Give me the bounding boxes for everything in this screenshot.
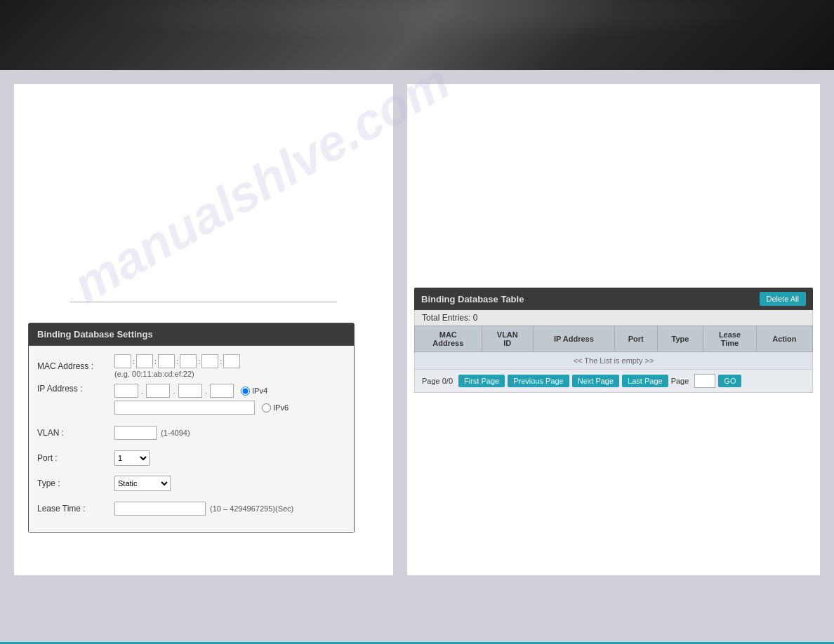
settings-form-body: MAC Address : : : : : : <box>29 346 354 532</box>
ip-sep-1: . <box>141 386 143 396</box>
port-select[interactable]: 1 <box>114 450 150 466</box>
delete-all-button[interactable]: Delete All <box>760 292 806 306</box>
ipv6-label-text: IPv6 <box>273 403 289 412</box>
mac-octet-1[interactable] <box>114 354 131 368</box>
ip-octet-3[interactable] <box>178 384 202 398</box>
left-panel: manualshlve.com Binding Database Setting… <box>14 84 393 575</box>
ipv4-radio[interactable] <box>241 387 250 396</box>
ip-address-field: . . . IPv4 <box>114 384 345 417</box>
vlan-hint: (1-4094) <box>161 429 190 437</box>
port-label: Port : <box>37 453 114 463</box>
last-page-button[interactable]: Last Page <box>622 375 668 387</box>
col-action: Action <box>756 326 812 352</box>
mac-octet-5[interactable] <box>201 354 218 368</box>
page-label: Page <box>671 377 689 385</box>
lease-time-row: Lease Time : (10 – 4294967295)(Sec) <box>37 499 345 518</box>
ip-address-label: IP Address : <box>37 384 114 394</box>
ipv6-input[interactable] <box>114 401 255 415</box>
settings-form-title: Binding Database Settings <box>29 323 354 346</box>
ipv6-row: IPv6 <box>114 401 345 415</box>
port-row: Port : 1 <box>37 448 345 468</box>
header-banner <box>0 0 834 70</box>
col-type: Type <box>657 326 703 352</box>
ip-sep-2: . <box>173 386 175 396</box>
col-vlan-id: VLANID <box>482 326 534 352</box>
type-label: Type : <box>37 478 114 488</box>
lease-time-input[interactable] <box>114 502 206 516</box>
mac-sep-5: : <box>220 357 222 365</box>
col-lease-time: LeaseTime <box>703 326 756 352</box>
port-field: 1 <box>114 450 345 466</box>
next-page-button[interactable]: Next Page <box>572 375 619 387</box>
db-table-title: Binding Database Table <box>421 294 524 304</box>
mac-sep-2: : <box>154 357 157 365</box>
mac-address-label: MAC Address : <box>37 361 114 371</box>
empty-message: << The List is empty >> <box>415 352 813 370</box>
main-content: manualshlve.com Binding Database Setting… <box>0 70 834 589</box>
ip-sep-3: . <box>205 386 207 396</box>
db-table-container: Binding Database Table Delete All Total … <box>414 288 813 393</box>
divider-line <box>70 302 337 302</box>
table-header-row: MACAddress VLANID IP Address Port Type L… <box>415 326 813 352</box>
mac-hint: (e.g. 00:11:ab:cd:ef:22) <box>114 370 345 378</box>
page-number-input[interactable] <box>694 374 715 388</box>
first-page-button[interactable]: First Page <box>458 375 505 387</box>
right-panel: Binding Database Table Delete All Total … <box>407 84 820 575</box>
mac-octet-6[interactable] <box>223 354 240 368</box>
ipv4-radio-label[interactable]: IPv4 <box>241 387 267 396</box>
vlan-input[interactable] <box>114 426 157 440</box>
mac-address-field: : : : : : (e.g. 00:11:ab:cd:ef:22) <box>114 354 345 378</box>
mac-sep-4: : <box>198 357 200 365</box>
mac-octet-4[interactable] <box>180 354 197 368</box>
total-entries: Total Entries: 0 <box>414 310 813 326</box>
lease-time-label: Lease Time : <box>37 504 114 514</box>
col-ip-address: IP Address <box>534 326 615 352</box>
vlan-row: VLAN : (1-4094) <box>37 423 345 443</box>
mac-octet-3[interactable] <box>158 354 175 368</box>
mac-sep-3: : <box>176 357 178 365</box>
mac-inputs: : : : : : <box>114 354 345 368</box>
ip-octet-4[interactable] <box>210 384 234 398</box>
previous-page-button[interactable]: Previous Page <box>508 375 569 387</box>
vlan-field: (1-4094) <box>114 426 345 440</box>
ipv4-row: . . . IPv4 <box>114 384 345 398</box>
type-select[interactable]: Static <box>114 476 171 491</box>
mac-octet-2[interactable] <box>136 354 153 368</box>
ip-octet-1[interactable] <box>114 384 138 398</box>
type-field: Static <box>114 476 345 491</box>
lease-time-field: (10 – 4294967295)(Sec) <box>114 502 345 516</box>
ipv6-radio-label[interactable]: IPv6 <box>262 403 289 412</box>
db-table-header: Binding Database Table Delete All <box>414 288 813 310</box>
type-row: Type : Static <box>37 474 345 493</box>
watermark: manualshlve.com <box>63 52 459 314</box>
page-info: Page 0/0 <box>422 377 453 385</box>
settings-form: Binding Database Settings MAC Address : … <box>28 323 355 533</box>
mac-address-row: MAC Address : : : : : : <box>37 354 345 378</box>
ipv4-label-text: IPv4 <box>252 387 267 395</box>
col-port: Port <box>614 326 657 352</box>
db-table: MACAddress VLANID IP Address Port Type L… <box>414 326 813 370</box>
ip-octet-2[interactable] <box>146 384 170 398</box>
vlan-label: VLAN : <box>37 428 114 438</box>
mac-sep-1: : <box>133 357 135 365</box>
ipv6-radio[interactable] <box>262 403 271 412</box>
pagination: Page 0/0 First Page Previous Page Next P… <box>414 370 813 393</box>
col-mac-address: MACAddress <box>415 326 482 352</box>
lease-time-hint: (10 – 4294967295)(Sec) <box>210 504 293 513</box>
go-button[interactable]: GO <box>718 375 741 387</box>
ip-address-row: IP Address : . . . <box>37 384 345 417</box>
table-empty-row: << The List is empty >> <box>415 352 813 370</box>
